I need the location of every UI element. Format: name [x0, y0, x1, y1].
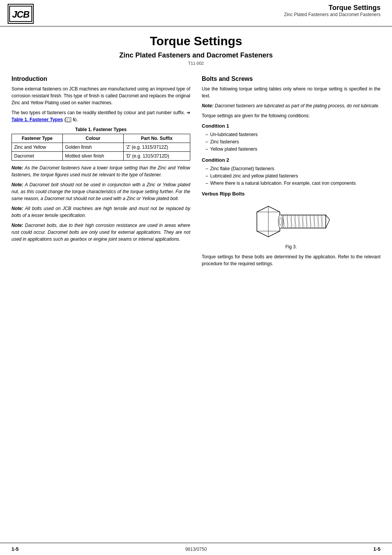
intro-para1: Some external fasteners on JCB machines …: [11, 85, 190, 106]
arrow-icon: ➔: [186, 110, 190, 115]
cond2-item2: Lubricated zinc and yellow plated fasten…: [210, 173, 298, 179]
footer-page-left: 1-5: [11, 546, 19, 552]
table-cell: Dacromet: [12, 152, 63, 161]
col-part-no: Part No. Suffix: [123, 134, 190, 143]
list-item: Lubricated zinc and yellow plated fasten…: [206, 172, 381, 180]
figure-container: Fig 3.: [202, 200, 381, 250]
intro-para2: The two types of fasteners can be readil…: [11, 109, 190, 123]
bolts-note1: Note: Dacromet fasteners are lubricated …: [202, 102, 381, 109]
svg-point-31: [279, 218, 282, 225]
table-caption: Table 1. Fastener Types: [11, 127, 190, 132]
list-item: Yellow plated fasteners: [206, 146, 381, 153]
svg-text:JCB: JCB: [12, 9, 29, 20]
table-row: DacrometMottled silver finish'D' (e.g. 1…: [12, 152, 190, 161]
table-cell: Zinc and Yellow: [12, 143, 63, 152]
cond1-item1: Un-lubricated fasteners: [210, 132, 258, 137]
verbus-para-text: Torque settings for these bolts are dete…: [202, 254, 381, 266]
col-colour: Colour: [62, 134, 123, 143]
note2-text: A Dacromet bolt should not be used in co…: [11, 182, 190, 201]
header-subtitle: Zinc Plated Fasteners and Dacromet Faste…: [284, 12, 381, 17]
intro-title: Introduction: [11, 76, 190, 82]
table-cell: Golden finish: [62, 143, 123, 152]
svg-marker-29: [326, 215, 330, 228]
verbus-title: Verbus Ripp Bolts: [202, 191, 381, 197]
condition2-list: Zinc flake (Dacromet) fasteners Lubricat…: [202, 165, 381, 187]
bolt-figure: [249, 200, 333, 243]
cond2-item1: Zinc flake (Dacromet) fasteners: [210, 166, 274, 171]
note1: Note: As the Dacromet fasteners have a l…: [11, 164, 190, 178]
condition1-title: Condition 1: [202, 123, 381, 129]
cond2-item3: Where there is a natural lubrication. Fo…: [210, 181, 356, 186]
list-item: Zinc fasteners: [206, 138, 381, 146]
cond1-item3: Yellow plated fasteners: [210, 146, 257, 152]
cond1-item2: Zinc fasteners: [210, 139, 239, 144]
note1-text: As the Dacromet fasteners have a lower t…: [11, 165, 190, 177]
the-word: the: [230, 261, 237, 266]
main-title: Torque Settings: [0, 34, 392, 48]
header-title: Torque Settings: [284, 4, 381, 12]
sub-title: Zinc Plated Fasteners and Dacromet Faste…: [0, 51, 392, 59]
table1-link[interactable]: Table 1. Fastener Types: [11, 117, 63, 122]
col-fastener-type: Fastener Type: [12, 134, 63, 143]
intro-para2-text: The two types of fasteners can be readil…: [11, 110, 186, 115]
page: JCB Torque Settings Zinc Plated Fastener…: [0, 0, 392, 555]
footer-doc-number: 9813/0750: [185, 547, 207, 552]
header: JCB Torque Settings Zinc Plated Fastener…: [0, 0, 392, 26]
jcb-logo: JCB: [8, 4, 34, 24]
fastener-table: Fastener Type Colour Part No. Suffix Zin…: [11, 134, 190, 161]
content-area: Introduction Some external fasteners on …: [0, 70, 392, 274]
list-item: Un-lubricated fasteners: [206, 131, 381, 138]
note3-text: All bolts used on JCB machines are high …: [11, 206, 190, 218]
logo-svg: JCB: [9, 6, 32, 22]
list-item: Zinc flake (Dacromet) fasteners: [206, 165, 381, 172]
condition1-list: Un-lubricated fasteners Zinc fasteners Y…: [202, 131, 381, 153]
footer-page-right: 1-5: [373, 546, 381, 552]
fig-caption: Fig 3.: [202, 244, 381, 250]
table-header-row: Fastener Type Colour Part No. Suffix: [12, 134, 190, 143]
table-cell: 'D' (e.g. 1315/3712D): [123, 152, 190, 161]
intro-para2-suffix: (▢ 5).: [63, 117, 78, 122]
verbus-para-end: required settings.: [237, 261, 273, 266]
note3: Note: All bolts used on JCB machines are…: [11, 205, 190, 219]
fastener-table-container: Table 1. Fastener Types Fastener Type Co…: [11, 127, 190, 161]
condition2-title: Condition 2: [202, 157, 381, 163]
header-right: Torque Settings Zinc Plated Fasteners an…: [284, 4, 381, 17]
bolts-screws-title: Bolts and Screws: [202, 76, 381, 82]
right-column: Bolts and Screws Use the following torqu…: [202, 74, 381, 270]
bolts-para2: Torque settings are given for the follow…: [202, 112, 381, 119]
footer: 1-5 9813/0750 1-5: [0, 543, 392, 555]
table-row: Zinc and YellowGolden finish'Z' (e.g. 13…: [12, 143, 190, 152]
doc-code: T11-002: [0, 61, 392, 66]
note4: Note: Dacromet bolts, due to their high …: [11, 222, 190, 243]
left-column: Introduction Some external fasteners on …: [11, 74, 190, 270]
main-title-area: Torque Settings Zinc Plated Fasteners an…: [0, 26, 392, 70]
table-cell: 'Z' (e.g. 1315/3712Z): [123, 143, 190, 152]
note2: Note: A Dacromet bolt should not be used…: [11, 181, 190, 202]
bolts-para1: Use the following torque setting tables …: [202, 85, 381, 99]
table-cell: Mottled silver finish: [62, 152, 123, 161]
table1-link-text: Table 1. Fastener Types: [11, 117, 63, 122]
list-item: Where there is a natural lubrication. Fo…: [206, 180, 381, 187]
verbus-para: Torque settings for these bolts are dete…: [202, 253, 381, 267]
note4-text: Dacromet bolts, due to their high corros…: [11, 223, 190, 242]
bolts-note1-text: Dacromet fasteners are lubricated as par…: [215, 103, 379, 108]
